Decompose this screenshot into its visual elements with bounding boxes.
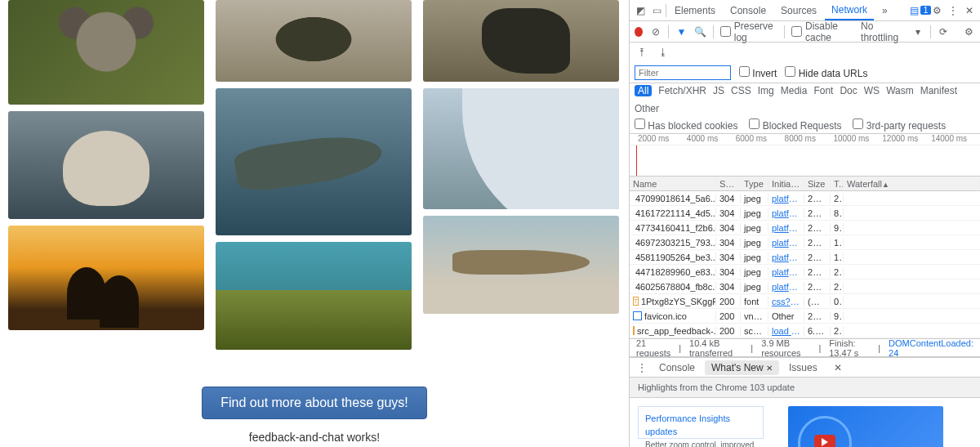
- inspect-icon[interactable]: ◩: [633, 3, 648, 18]
- kebab-icon[interactable]: ⋮: [946, 3, 960, 18]
- devtools-panel: ◩ ▭ Elements Console Sources Network » ▤…: [629, 0, 980, 447]
- hide-data-urls-checkbox[interactable]: Hide data URLs: [785, 66, 867, 79]
- close-icon[interactable]: ✕: [831, 360, 845, 375]
- network-conditions-icon[interactable]: ⟳: [938, 25, 950, 39]
- filter-type-all[interactable]: All: [635, 85, 652, 96]
- tab-elements[interactable]: Elements: [668, 2, 722, 20]
- devtools-drawer: ⋮ Console What's New ✕ Issues ✕ Highligh…: [630, 357, 980, 447]
- download-har-icon[interactable]: ⭳: [656, 45, 670, 60]
- summary-dcl: DOMContentLoaded: 24: [889, 339, 973, 357]
- thumb-leopardshark[interactable]: [423, 216, 619, 314]
- cta-button[interactable]: Find out more about these guys!: [202, 387, 426, 419]
- upload-har-icon[interactable]: ⭱: [635, 45, 649, 60]
- settings-icon[interactable]: ⚙: [963, 25, 975, 39]
- throttling-select[interactable]: No throttling: [861, 20, 905, 43]
- network-row[interactable]: 44718289960_e83...304jpegplatform...234.…: [630, 265, 980, 279]
- thumb-whaleshark[interactable]: [216, 88, 412, 235]
- filter-input[interactable]: [635, 65, 731, 80]
- summary-transferred: 10.4 kB transferred: [689, 339, 742, 357]
- filter-row: Invert Hide data URLs: [630, 62, 980, 83]
- whatsnew-card[interactable]: Performance Insights updates Better zoom…: [638, 406, 764, 439]
- thumb-seals[interactable]: [8, 226, 204, 330]
- col-name[interactable]: Name: [630, 179, 716, 189]
- close-icon[interactable]: ✕: [962, 3, 977, 18]
- webpage-content: Find out more about these guys! feedback…: [0, 0, 629, 447]
- col-time[interactable]: T..: [831, 179, 844, 189]
- close-icon[interactable]: ✕: [766, 364, 773, 373]
- summary-requests: 21 requests: [636, 339, 670, 357]
- preserve-log-checkbox[interactable]: Preserve log: [720, 20, 777, 43]
- tab-network[interactable]: Network: [825, 1, 874, 20]
- filter-type-wasm[interactable]: Wasm: [886, 85, 914, 96]
- thumb-manta[interactable]: [423, 88, 619, 209]
- thumb-tortoise[interactable]: [216, 0, 412, 82]
- filter-type-js[interactable]: JS: [713, 85, 724, 96]
- image-gallery: [8, 0, 621, 350]
- filter-type-fetchxhr[interactable]: Fetch/XHR: [658, 85, 706, 96]
- whatsnew-headline: Highlights from the Chrome 103 update: [630, 378, 980, 398]
- clear-icon[interactable]: ⊘: [649, 25, 662, 39]
- filter-type-manifest[interactable]: Manifest: [920, 85, 957, 96]
- filetype-icon: T: [633, 297, 639, 306]
- filetype-icon: [633, 326, 635, 335]
- network-toolbar: ⊘ ▼ 🔍 Preserve log Disable cache No thro…: [630, 21, 980, 42]
- record-icon[interactable]: [635, 27, 643, 37]
- thumb-seadragon[interactable]: [216, 242, 412, 350]
- drawer-tab-console[interactable]: Console: [653, 360, 702, 375]
- whatsnew-video[interactable]: new: [788, 406, 943, 447]
- timeline-overview[interactable]: [630, 145, 980, 177]
- thumb-booby[interactable]: [8, 111, 204, 219]
- network-row[interactable]: src_app_feedback-...200scriptload scri..…: [630, 324, 980, 338]
- col-type[interactable]: Type: [741, 179, 768, 189]
- network-table: Name Stat.. Type Initiator Size T.. Wate…: [630, 177, 980, 339]
- tab-sources[interactable]: Sources: [774, 2, 823, 20]
- col-size[interactable]: Size: [804, 179, 831, 189]
- network-toolbar-row2: ⭱ ⭳: [630, 42, 980, 62]
- network-row[interactable]: T1Ptxg8zYS_SKggP...200fontcss?fam...(me.…: [630, 294, 980, 309]
- filetype-icon: [633, 311, 642, 320]
- network-table-header[interactable]: Name Stat.. Type Initiator Size T.. Wate…: [630, 177, 980, 191]
- tab-more[interactable]: »: [875, 2, 894, 20]
- filter-toggle-icon[interactable]: ▼: [675, 25, 688, 39]
- throttling-caret-icon[interactable]: ▾: [911, 25, 924, 39]
- summary-finish: Finish: 13.47 s: [829, 339, 870, 357]
- col-waterfall[interactable]: Waterfall▲: [844, 179, 980, 189]
- filter-types: All Fetch/XHR JS CSS Img Media Font Doc …: [630, 83, 980, 116]
- thumb-iguana[interactable]: [423, 0, 619, 82]
- blocked-requests-checkbox[interactable]: Blocked Requests: [749, 118, 841, 132]
- network-row[interactable]: 47099018614_5a6...304jpegplatform...235.…: [630, 191, 980, 206]
- col-initiator[interactable]: Initiator: [768, 179, 804, 189]
- thumb-koala[interactable]: [8, 0, 204, 105]
- network-row[interactable]: 45811905264_be3...304jpegplatform...235.…: [630, 250, 980, 265]
- filter-type-other[interactable]: Other: [635, 103, 659, 114]
- extra-filters: Has blocked cookies Blocked Requests 3rd…: [630, 116, 980, 134]
- filter-type-img[interactable]: Img: [758, 85, 774, 96]
- search-icon[interactable]: 🔍: [694, 25, 706, 39]
- tab-console[interactable]: Console: [724, 2, 773, 20]
- network-row[interactable]: favicon.ico200vnd...Other233...9...: [630, 309, 980, 324]
- third-party-checkbox[interactable]: 3rd-party requests: [853, 118, 946, 132]
- col-status[interactable]: Stat..: [716, 179, 741, 189]
- network-row[interactable]: 46025678804_fb8c...304jpegplatform...234…: [630, 279, 980, 294]
- filter-type-ws[interactable]: WS: [864, 85, 880, 96]
- youtube-play-icon[interactable]: [814, 435, 835, 447]
- filter-type-font[interactable]: Font: [813, 85, 833, 96]
- drawer-tab-whatsnew[interactable]: What's New ✕: [705, 360, 779, 375]
- network-row[interactable]: 47734160411_f2b6...304jpegplatform...235…: [630, 221, 980, 235]
- issues-badge[interactable]: ▤1: [913, 3, 928, 18]
- network-row[interactable]: 41617221114_4d5...304jpegplatform...235.…: [630, 206, 980, 221]
- network-summary: 21 requests | 10.4 kB transferred | 3.9 …: [630, 339, 980, 357]
- settings-icon[interactable]: ⚙: [929, 3, 944, 18]
- drawer-kebab-icon[interactable]: ⋮: [635, 360, 649, 375]
- blocked-cookies-checkbox[interactable]: Has blocked cookies: [635, 118, 737, 132]
- filter-type-media[interactable]: Media: [781, 85, 808, 96]
- device-toggle-icon[interactable]: ▭: [649, 3, 664, 18]
- sort-asc-icon: ▲: [882, 181, 889, 189]
- disable-cache-checkbox[interactable]: Disable cache: [791, 20, 854, 43]
- filter-type-doc[interactable]: Doc: [840, 85, 857, 96]
- timeline-header: 2000 ms4000 ms6000 ms8000 ms10000 ms1200…: [630, 134, 980, 145]
- invert-checkbox[interactable]: Invert: [739, 66, 777, 79]
- network-row[interactable]: 46972303215_793...304jpegplatform...235.…: [630, 235, 980, 250]
- drawer-tab-issues[interactable]: Issues: [782, 360, 824, 375]
- filter-type-css[interactable]: CSS: [731, 85, 751, 96]
